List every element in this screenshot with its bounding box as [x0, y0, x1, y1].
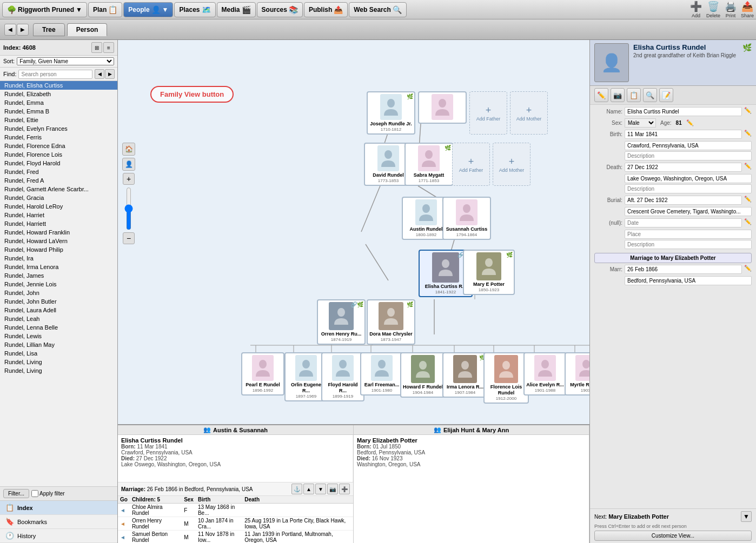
list-item[interactable]: Rundel, Evelyn Frances	[0, 124, 117, 133]
list-item[interactable]: Rundel, Harold LeRoy	[0, 202, 117, 211]
list-item[interactable]: Rundel, Irma Lenora	[0, 263, 117, 271]
person-card-earl[interactable]: Earl Freeman... 1901-1980	[360, 352, 403, 395]
birth-edit-icon[interactable]: ✏️	[744, 130, 752, 137]
list-item[interactable]: Rundel, Emma	[0, 98, 117, 107]
print-button[interactable]: 🖨️ Print	[725, 1, 737, 18]
list-item[interactable]: Rundel, John	[0, 289, 117, 297]
places-menu[interactable]: Places 🗺️	[174, 2, 215, 17]
sources-menu[interactable]: Sources 📚	[257, 2, 303, 17]
person-card-joseph[interactable]: Joseph Rundle Jr. 1710-1812 🌿	[367, 91, 415, 135]
list-item[interactable]: Rundel, James	[0, 271, 117, 280]
marr-place-field[interactable]	[625, 276, 752, 285]
person-card-florence[interactable]: Florence Lois Rundel 1912-2000	[483, 352, 529, 404]
table-row[interactable]: ◄ Samuel Berton Rundel M 11 Nov 1878 in …	[118, 531, 353, 544]
copy-btn[interactable]: 📋	[627, 88, 641, 102]
media-btn[interactable]: 📷	[611, 88, 625, 102]
age-edit-icon[interactable]: ✏️	[686, 119, 694, 126]
list-item[interactable]: Rundel, Harriet	[0, 211, 117, 219]
person-card-myrtle[interactable]: Myrtle Rundel 1903-	[565, 352, 589, 395]
find-prev[interactable]: ◀	[95, 69, 104, 79]
person-card-mary-e[interactable]: Mary E Potter 1850-1923 🌿	[463, 250, 515, 295]
sort-select[interactable]: Family, Given Name Given Name, Family Bi…	[17, 57, 114, 65]
marriage-nav-up[interactable]: ▲	[303, 484, 314, 494]
list-item[interactable]: Rundel, Living	[0, 366, 117, 375]
add-mother-top[interactable]: + Add Mother	[510, 91, 548, 135]
zoom-minus[interactable]: −	[123, 232, 135, 244]
list-item[interactable]: Rundel, Gracia	[0, 193, 117, 202]
marriage-photo-btn[interactable]: 📷	[327, 484, 338, 494]
list-item[interactable]: Rundel, Emma B	[0, 107, 117, 116]
sidebar-item-bookmarks[interactable]: 🔖 Bookmarks	[0, 515, 117, 529]
list-item[interactable]: Rundel, Florence Edna	[0, 142, 117, 150]
name-field[interactable]	[625, 107, 742, 116]
list-item[interactable]: Rundel, Ira	[0, 254, 117, 263]
birth-place-field[interactable]	[625, 141, 752, 150]
person-card-susannah[interactable]: Susannah Curtiss 1794-1864	[442, 197, 491, 240]
sidebar-options-btn[interactable]: ≡	[103, 42, 114, 53]
marriage-edit-btn[interactable]: ⚓	[291, 484, 302, 494]
person-card-dora[interactable]: Dora Mae Chrysler 1873-1947 🌿	[367, 299, 415, 345]
filter-button[interactable]: Filter...	[3, 489, 29, 498]
sidebar-view-btn[interactable]: ⊞	[91, 42, 102, 53]
death-desc-field[interactable]	[625, 184, 752, 193]
table-row[interactable]: ◄ Orren Henry Rundel M 10 Jan 1874 in Cr…	[118, 517, 353, 531]
media-menu[interactable]: Media 🎬	[217, 2, 256, 17]
tab-person[interactable]: Person	[67, 23, 108, 36]
people-menu[interactable]: People 👤 ▼	[123, 2, 173, 17]
person-card-pearl[interactable]: Pearl E Rundel 1896-1992	[241, 352, 284, 395]
publish-menu[interactable]: Publish 📤	[304, 2, 348, 17]
list-item[interactable]: Rundel, Lisa	[0, 349, 117, 358]
sidebar-item-index[interactable]: 📋 Index	[0, 501, 117, 515]
birth-desc-field[interactable]	[625, 151, 752, 160]
list-item[interactable]: Rundel, Ferris	[0, 133, 117, 142]
home-btn[interactable]: 🏠	[122, 143, 135, 156]
list-item[interactable]: Rundel, Laura Adell	[0, 306, 117, 314]
list-item[interactable]: Rundel, Florence Lois	[0, 150, 117, 159]
list-item[interactable]: Rundel, Jennie Lois	[0, 280, 117, 289]
death-place-field[interactable]	[625, 174, 752, 183]
list-item[interactable]: Rundel, Lillian May	[0, 340, 117, 349]
list-item[interactable]: Rundel, Lewis	[0, 332, 117, 340]
list-item[interactable]: Rundel, John Butler	[0, 297, 117, 306]
find-next[interactable]: ▶	[105, 69, 115, 79]
marr-date-field[interactable]	[625, 265, 742, 274]
nav-forward[interactable]: ▶	[17, 24, 29, 36]
table-row[interactable]: ◄ Chloe Almira Rundel F 13 May 1868 in B…	[118, 504, 353, 517]
list-item[interactable]: Rundel, Elizabeth	[0, 90, 117, 98]
null-edit-icon[interactable]: ✏️	[744, 218, 752, 225]
burial-edit-icon[interactable]: ✏️	[744, 196, 752, 203]
person-card-orren[interactable]: Orren Henry Ru... 1874-1919 🌿 🔗	[317, 299, 366, 345]
tree-canvas[interactable]: Joseph Rundle Jr. 1710-1812 🌿 + Add Fath…	[118, 40, 589, 424]
search-input[interactable]	[18, 70, 92, 79]
marriage-add-btn[interactable]: ➕	[339, 484, 350, 494]
list-item[interactable]: Rundel, Fred	[0, 167, 117, 176]
person-btn[interactable]: 👤	[122, 158, 135, 171]
plan-menu[interactable]: Plan 📋	[88, 2, 122, 17]
add-father2[interactable]: + Add Father	[452, 143, 490, 186]
list-item[interactable]: Rundel, Howard LaVern	[0, 237, 117, 245]
tab-tree[interactable]: Tree	[33, 23, 65, 36]
add-mother2[interactable]: + Add Mother	[493, 143, 530, 186]
edit-person-btn[interactable]: ✏️	[594, 88, 608, 102]
person-card-alice[interactable]: Alice Evelyn R... 1901-1988	[523, 352, 567, 395]
death-date-field[interactable]	[625, 163, 742, 172]
list-item[interactable]: Rundel, Harriett	[0, 219, 117, 228]
apply-filter-check[interactable]	[31, 490, 38, 497]
next-person-btn[interactable]: ▼	[741, 511, 752, 522]
share-button[interactable]: 📤 Share	[741, 1, 754, 18]
person-card-irma[interactable]: Irma Lenora R... 1907-1984 🌿	[442, 352, 488, 398]
name-edit-icon[interactable]: ✏️	[744, 107, 752, 114]
zoom-plus[interactable]: +	[123, 173, 135, 185]
person-card-howard-f[interactable]: Howard F Rundel 1904-1984	[400, 352, 446, 398]
websearch-menu[interactable]: Web Search 🔍	[349, 2, 406, 17]
apply-filter-checkbox[interactable]: Apply filter	[31, 490, 65, 497]
add-button[interactable]: ➕ Add	[690, 1, 702, 18]
list-item[interactable]: Rundel, Howard Franklin	[0, 228, 117, 237]
list-item[interactable]: Rundel, Fred A	[0, 176, 117, 185]
list-item[interactable]: Rundel, Elisha Curtiss	[0, 81, 117, 90]
list-item[interactable]: Rundel, Howard Philip	[0, 245, 117, 254]
list-item[interactable]: Rundel, Ettie	[0, 116, 117, 124]
list-item[interactable]: Rundel, Garnett Arlene Scarbr...	[0, 185, 117, 193]
burial-date-field[interactable]	[625, 196, 742, 205]
delete-button[interactable]: 🗑️ Delete	[706, 1, 720, 18]
